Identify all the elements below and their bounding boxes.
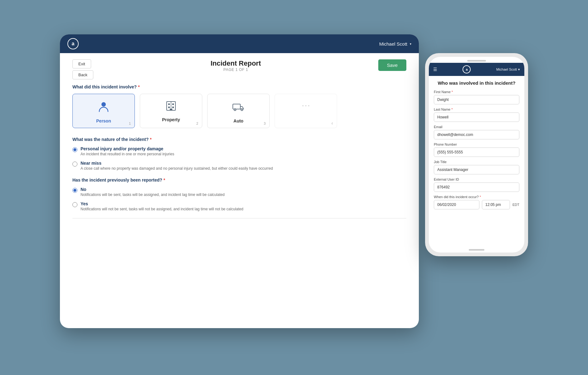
reported-section: Has the incident previously been reporte… xyxy=(72,178,406,211)
radio-no[interactable]: No Notifications will be sent, tasks wil… xyxy=(72,187,406,197)
timezone-label: EDT xyxy=(512,203,519,207)
mobile-first-name-field: First Name * xyxy=(434,90,519,104)
mobile-date-input[interactable] xyxy=(434,200,479,209)
page-subtitle: PAGE 1 OF 1 xyxy=(93,68,378,72)
mobile-notch-area xyxy=(429,57,524,63)
radio-yes-input[interactable] xyxy=(72,202,77,207)
mobile-jobtitle-label: Job Title xyxy=(434,160,519,164)
top-controls: Exit Back Incident Report PAGE 1 OF 1 Sa… xyxy=(72,59,406,81)
mobile-datetime-field: When did this incident occur? * EDT xyxy=(434,195,519,209)
mobile-phone-label: Phone Number xyxy=(434,142,519,146)
mobile-email-input[interactable] xyxy=(434,130,519,139)
nature-label: What was the nature of the incident?* xyxy=(72,137,406,142)
radio-near-miss-text: Near miss A close call where no property… xyxy=(81,161,273,171)
svg-rect-4 xyxy=(168,107,170,108)
mobile-time-input[interactable] xyxy=(482,200,510,209)
back-button[interactable]: Back xyxy=(72,70,93,79)
other-card-num: 4 xyxy=(331,122,333,125)
incident-type-label: What did this incident involve?* xyxy=(72,84,406,89)
mobile-externalid-label: External User ID xyxy=(434,178,519,181)
mobile-jobtitle-field: Job Title xyxy=(434,160,519,174)
mobile-jobtitle-input[interactable] xyxy=(434,165,519,174)
radio-near-miss[interactable]: Near miss A close call where no property… xyxy=(72,161,406,171)
mobile-last-name-label: Last Name * xyxy=(434,108,519,111)
svg-rect-2 xyxy=(168,103,170,105)
mobile-user-name: Michael Scott xyxy=(496,68,517,71)
person-card-label: Person xyxy=(96,118,111,123)
mobile-section-title: Who was involved in this incident? xyxy=(434,80,519,86)
radio-yes[interactable]: Yes Notifications will not be sent, task… xyxy=(72,201,406,211)
mobile-last-name-input[interactable] xyxy=(434,112,519,122)
incident-type-cards: Person 1 xyxy=(72,94,406,128)
mobile-home-indicator xyxy=(429,247,524,252)
building-icon xyxy=(165,100,177,114)
property-card-label: Property xyxy=(162,117,180,122)
mobile-externalid-input[interactable] xyxy=(434,182,519,192)
mobile-screen: ☰ a Michael Scott ▾ Who was involved in … xyxy=(429,57,524,252)
radio-personal-injury[interactable]: Personal injury and/or property damage A… xyxy=(72,146,406,156)
mobile-email-label: Email xyxy=(434,125,519,129)
nature-section: What was the nature of the incident?* Pe… xyxy=(72,137,406,171)
mobile-device: ☰ a Michael Scott ▾ Who was involved in … xyxy=(425,53,528,256)
radio-no-text: No Notifications will be sent, tasks wil… xyxy=(81,187,225,197)
incident-card-other[interactable]: ⋯ 4 xyxy=(275,94,337,128)
radio-near-miss-input[interactable] xyxy=(72,162,77,167)
mobile-phone-input[interactable] xyxy=(434,148,519,157)
mobile-first-name-label: First Name * xyxy=(434,90,519,94)
mobile-phone-field: Phone Number xyxy=(434,142,519,157)
auto-card-label: Auto xyxy=(233,118,243,123)
truck-icon xyxy=(232,100,245,115)
property-card-num: 2 xyxy=(196,122,198,125)
main-content: Exit Back Incident Report PAGE 1 OF 1 Sa… xyxy=(60,53,419,228)
save-button[interactable]: Save xyxy=(378,59,406,71)
incident-type-section: What did this incident involve?* Person … xyxy=(72,84,406,128)
person-icon xyxy=(97,100,110,115)
mobile-chevron: ▾ xyxy=(518,68,520,72)
mobile-home-bar xyxy=(469,249,484,251)
svg-rect-5 xyxy=(172,107,174,108)
mobile-user-menu[interactable]: Michael Scott ▾ xyxy=(496,68,520,72)
radio-personal-injury-text: Personal injury and/or property damage A… xyxy=(81,146,174,156)
mobile-notch xyxy=(467,60,486,62)
left-buttons: Exit Back xyxy=(72,59,93,81)
svg-rect-3 xyxy=(172,103,174,105)
mobile-email-field: Email xyxy=(434,125,519,139)
svg-rect-8 xyxy=(233,104,240,109)
radio-no-input[interactable] xyxy=(72,188,77,193)
mobile-externalid-field: External User ID xyxy=(434,178,519,192)
svg-point-10 xyxy=(241,109,243,111)
person-card-num: 1 xyxy=(129,122,131,125)
mobile-date-row: EDT xyxy=(434,200,519,209)
radio-yes-text: Yes Notifications will not be sent, task… xyxy=(81,201,243,211)
user-menu[interactable]: Michael Scott ▾ xyxy=(379,41,411,47)
mobile-last-name-field: Last Name * xyxy=(434,108,519,122)
reported-label: Has the incident previously been reporte… xyxy=(72,178,406,182)
other-icon: ⋯ xyxy=(301,100,310,111)
app-logo: a xyxy=(67,38,79,49)
mobile-menu-icon[interactable]: ☰ xyxy=(433,67,437,72)
page-header: Incident Report PAGE 1 OF 1 xyxy=(93,59,378,72)
mobile-datetime-label: When did this incident occur? * xyxy=(434,195,519,199)
user-menu-chevron: ▾ xyxy=(410,42,411,46)
incident-card-person[interactable]: Person 1 xyxy=(72,94,135,128)
mobile-first-name-input[interactable] xyxy=(434,95,519,104)
navbar: a Michael Scott ▾ xyxy=(60,34,419,53)
page-title: Incident Report xyxy=(93,59,378,68)
svg-point-9 xyxy=(234,109,236,111)
radio-personal-injury-input[interactable] xyxy=(72,147,77,152)
desktop-device: a Michael Scott ▾ Exit Back Incident Rep… xyxy=(60,34,419,328)
incident-card-auto[interactable]: Auto 3 xyxy=(207,94,270,128)
divider xyxy=(72,218,406,218)
user-name: Michael Scott xyxy=(379,41,407,47)
mobile-app-logo: a xyxy=(463,65,471,73)
auto-card-num: 3 xyxy=(264,122,266,125)
mobile-navbar: ☰ a Michael Scott ▾ xyxy=(429,63,524,76)
incident-card-property[interactable]: Property 2 xyxy=(140,94,202,128)
svg-point-0 xyxy=(101,102,106,107)
exit-button[interactable]: Exit xyxy=(72,59,91,68)
mobile-content: Who was involved in this incident? First… xyxy=(429,76,524,247)
